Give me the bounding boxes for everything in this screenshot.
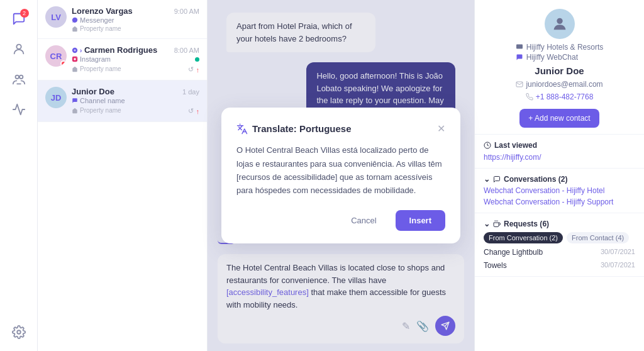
svg-point-3 — [17, 330, 21, 334]
modal-body: O Hotel Central Beach Villas está locali… — [236, 143, 445, 198]
request-label-2: Towels — [484, 261, 507, 270]
conv-property-1: Property name — [72, 25, 199, 32]
request-item-2[interactable]: Towels 30/07/2021 — [484, 261, 635, 270]
svg-point-11 — [557, 18, 562, 24]
avatar-lorenzo: LV — [45, 6, 67, 28]
req-tab-contact[interactable]: From Contact (4) — [567, 232, 629, 243]
conv-channel-3: Channel name — [72, 97, 199, 104]
conversations-section: ⌄ Conversations (2) Webchat Conversation… — [475, 169, 644, 213]
sidebar-team[interactable] — [6, 67, 31, 92]
conversation-item-2[interactable]: CR › Carmen Rodrigues 8:00 AM Instagram … — [38, 39, 207, 81]
request-item-1[interactable]: Change Lightbulb 30/07/2021 — [484, 248, 635, 257]
conv-link-1[interactable]: Webchat Conversation - Hijiffy Hotel — [484, 186, 635, 195]
sidebar-contacts[interactable] — [6, 36, 31, 62]
conversations-label: Conversations (2) — [504, 175, 567, 184]
conv-name-2: › Carmen Rodrigues — [72, 45, 157, 55]
request-date-1: 30/07/2021 — [601, 248, 635, 257]
requests-label: Requests (6) — [504, 220, 549, 228]
request-date-2: 30/07/2021 — [601, 261, 635, 270]
conv-name-2-text: › Carmen Rodrigues — [80, 45, 157, 55]
avatar-carmen: CR — [45, 45, 67, 67]
modal-close-button[interactable]: ✕ — [437, 123, 445, 135]
last-viewed-title[interactable]: Last viewed — [484, 141, 635, 150]
sidebar-broadcast[interactable] — [6, 97, 31, 122]
conversation-item-3[interactable]: JD Junior Doe 1 day Channel name Propert… — [38, 81, 207, 122]
conv-time-1: 9:00 AM — [174, 8, 199, 15]
conversation-list: LV Lorenzo Vargas 9:00 AM Messenger Prop… — [38, 0, 208, 351]
conv-name-1: Lorenzo Vargas — [72, 6, 133, 16]
conv-channel-2: Instagram — [72, 55, 199, 63]
contact-email: juniordoes@email.com — [516, 80, 602, 89]
cancel-button[interactable]: Cancel — [338, 210, 389, 231]
sidebar: 2 — [0, 0, 38, 351]
modal-actions: Cancel Insert — [236, 210, 445, 231]
svg-point-8 — [76, 57, 77, 58]
contact-header: Hijiffy Hotels & Resorts Hijiffy WebChat… — [475, 0, 644, 135]
req-tab-conversation[interactable]: From Conversation (2) — [484, 232, 563, 243]
sidebar-settings[interactable] — [6, 320, 31, 345]
translate-icon — [236, 123, 248, 135]
org-name: Hijiffy Hotels & Resorts — [516, 43, 603, 52]
requests-title[interactable]: ⌄ Requests (6) — [484, 220, 635, 228]
modal-header: Translate: Portuguese ✕ — [236, 123, 445, 135]
translate-modal: Translate: Portuguese ✕ O Hotel Central … — [221, 108, 460, 243]
conv-channel-1: Messenger — [72, 16, 199, 24]
channel-name: Hijiffy WebChat — [516, 53, 603, 62]
request-tabs: From Conversation (2) From Contact (4) — [484, 232, 635, 243]
conv-property-3: Property name ↺ ↑ — [72, 106, 199, 115]
main-chat: Apart from Hotel Praia, which of your ho… — [208, 0, 474, 351]
svg-point-1 — [15, 75, 19, 79]
conv-link-2[interactable]: Webchat Conversation - Hijiffy Support — [484, 198, 635, 206]
modal-overlay[interactable]: Translate: Portuguese ✕ O Hotel Central … — [208, 0, 474, 351]
right-panel: Hijiffy Hotels & Resorts Hijiffy WebChat… — [474, 0, 644, 351]
last-viewed-url[interactable]: https://hijiffy.com/ — [484, 153, 635, 162]
messages-badge: 2 — [20, 9, 29, 18]
conv-property-2: Property name ↺ ↑ — [72, 64, 199, 74]
modal-title: Translate: Portuguese — [236, 123, 352, 135]
svg-point-2 — [19, 75, 22, 79]
conversations-title[interactable]: ⌄ Conversations (2) — [484, 175, 635, 184]
last-viewed-section: Last viewed https://hijiffy.com/ — [475, 135, 644, 169]
avatar-junior: JD — [45, 87, 67, 108]
contact-avatar — [545, 9, 575, 39]
request-label-1: Change Lightbulb — [484, 248, 543, 257]
contact-name: Junior Doe — [535, 65, 584, 76]
svg-point-0 — [16, 45, 21, 49]
requests-section: ⌄ Requests (6) From Conversation (2) Fro… — [475, 213, 644, 277]
conversation-item-1[interactable]: LV Lorenzo Vargas 9:00 AM Messenger Prop… — [38, 0, 207, 39]
conv-time-2: 8:00 AM — [174, 47, 199, 54]
insert-button[interactable]: Insert — [396, 210, 445, 231]
add-contact-button[interactable]: + Add new contact — [519, 109, 599, 128]
svg-rect-12 — [516, 45, 523, 49]
contact-phone: +1 888-482-7768 — [526, 92, 594, 101]
conv-time-3: 1 day — [182, 88, 199, 96]
conv-name-3: Junior Doe — [72, 87, 114, 96]
sidebar-messages[interactable]: 2 — [6, 6, 31, 31]
